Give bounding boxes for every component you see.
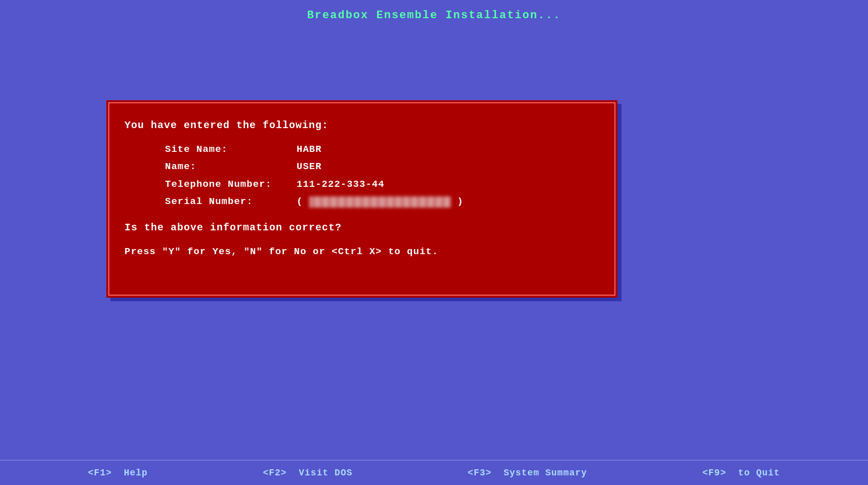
screen: Breadbox Ensemble Installation... You ha… xyxy=(0,0,868,485)
footer-f2[interactable]: <F2> Visit DOS xyxy=(263,468,352,478)
f1-key: <F1> xyxy=(88,468,112,478)
f3-label: System Summary xyxy=(504,468,587,478)
dialog-heading: You have entered the following: xyxy=(125,117,599,134)
f3-key: <F3> xyxy=(468,468,491,478)
serial-value: ( ) xyxy=(297,194,464,209)
footer-f1[interactable]: <F1> Help xyxy=(88,468,148,478)
title-text: Breadbox Ensemble Installation... xyxy=(307,9,561,22)
table-row: Serial Number: ( ) xyxy=(165,194,599,209)
f2-key: <F2> xyxy=(263,468,286,478)
footer-bar: <F1> Help <F2> Visit DOS <F3> System Sum… xyxy=(0,460,868,485)
name-value: USER xyxy=(297,159,322,174)
site-name-label: Site Name: xyxy=(165,142,297,157)
table-row: Telephone Number: 111-222-333-44 xyxy=(165,177,599,192)
footer-f9[interactable]: <F9> to Quit xyxy=(702,468,780,478)
f1-label: Help xyxy=(124,468,148,478)
telephone-value: 111-222-333-44 xyxy=(297,177,385,192)
question-text: Is the above information correct? xyxy=(125,220,599,236)
app-title: Breadbox Ensemble Installation... xyxy=(0,0,868,22)
dialog-box: You have entered the following: Site Nam… xyxy=(106,100,617,298)
table-row: Site Name: HABR xyxy=(165,142,599,157)
table-row: Name: USER xyxy=(165,159,599,174)
f9-label: to Quit xyxy=(738,468,780,478)
telephone-label: Telephone Number: xyxy=(165,177,297,192)
footer-f3[interactable]: <F3> System Summary xyxy=(468,468,587,478)
name-label: Name: xyxy=(165,159,297,174)
serial-label: Serial Number: xyxy=(165,194,297,209)
f2-label: Visit DOS xyxy=(299,468,352,478)
info-table: Site Name: HABR Name: USER Telephone Num… xyxy=(165,142,599,210)
dialog-inner: You have entered the following: Site Nam… xyxy=(108,102,615,296)
f9-key: <F9> xyxy=(702,468,726,478)
instruction-text: Press "Y" for Yes, "N" for No or <Ctrl X… xyxy=(125,244,599,259)
serial-redacted xyxy=(309,196,451,208)
site-name-value: HABR xyxy=(297,142,322,157)
